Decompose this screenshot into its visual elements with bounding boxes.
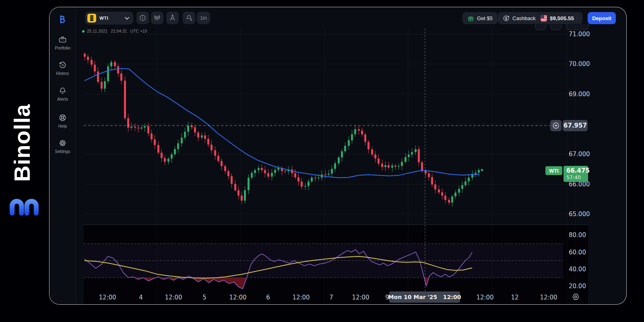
quote-box: 66.475 57:40 — [564, 166, 588, 182]
brand-wordmark: Binolla — [9, 104, 35, 182]
brand-rail: Binolla — [0, 0, 49, 322]
plus-circle-icon[interactable] — [550, 120, 561, 131]
quote-price: 66.475 — [566, 167, 588, 174]
pane-settings-icon[interactable] — [572, 293, 580, 301]
quote-symbol-tag: WTI — [545, 166, 562, 175]
price-line-value: 67.957 — [563, 120, 588, 131]
app-window: Portfolio History Alerts Help Settings — [49, 7, 627, 305]
chart-canvas[interactable] — [50, 7, 627, 305]
crosshair-time-tooltip: Mon 10 Mar '25 12:00 — [389, 291, 460, 303]
quote-timer: 57:40 — [566, 174, 588, 180]
price-line-flag[interactable]: 67.957 — [550, 120, 588, 131]
binolla-logo-icon — [6, 191, 42, 216]
